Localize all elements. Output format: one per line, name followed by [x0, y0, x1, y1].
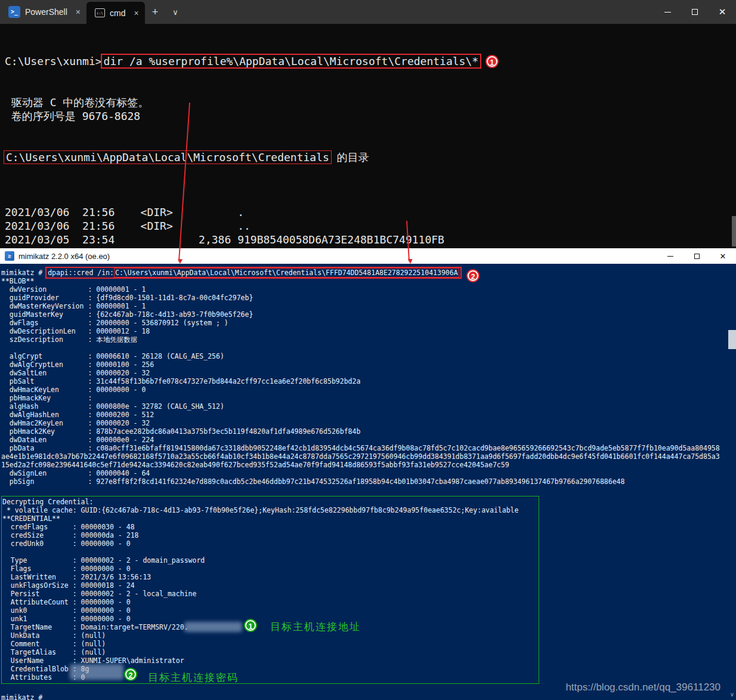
tab-cmd-label: cmd [110, 8, 125, 18]
tab-powershell[interactable]: >_ PowerShell × [0, 0, 86, 24]
decrypted-credential-box: Decrypting Credential: * volatile cache:… [1, 496, 539, 684]
mimikatz-command-line: mimikatz # dpapi::cred /in:C:\Users\xunm… [1, 269, 736, 277]
mimikatz-caption-buttons: ✕ [657, 248, 736, 264]
cmd-prompt-line: C:\Users\xunmi>dir /a %userprofile%\AppD… [5, 54, 736, 68]
credential-file-path-highlight: C:\Users\xunmi\AppData\Local\Microsoft\C… [114, 268, 459, 277]
dpapi-command-prefix: dpapi::cred /in: [48, 269, 114, 277]
target-address-note: 目标主机连接地址 [270, 620, 361, 634]
password-note: 目标主机连接密码 [148, 671, 239, 684]
red-marker-2: 2 [468, 270, 478, 281]
volume-info-lines: 驱动器 C 中的卷没有标签。 卷的序列号是 9676-8628 [5, 95, 736, 123]
minimize-button[interactable] [654, 0, 681, 24]
powershell-icon: >_ [8, 6, 20, 18]
dir-header-suffix: 的目录 [330, 151, 369, 164]
redacted-password [70, 664, 123, 680]
terminal-scrollbar-thumb[interactable] [732, 216, 736, 246]
green-marker-1: 1 [245, 620, 256, 631]
tab-cmd-close-icon[interactable]: × [134, 8, 138, 18]
maximize-icon [692, 9, 698, 15]
dir-header-line: C:\Users\xunmi\AppData\Local\Microsoft\C… [5, 150, 736, 164]
minimize-icon [667, 256, 673, 257]
csdn-watermark: https://blog.csdn.net/qq_39611230 [565, 682, 720, 693]
dpapi-command-highlight: dpapi::cred /in:C:\Users\xunmi\AppData\L… [45, 267, 461, 279]
terminal-caption-buttons: ✕ [654, 0, 736, 24]
cmd-prompt: C:\Users\xunmi> [5, 55, 102, 67]
mimikatz-scrollbar-thumb[interactable] [728, 330, 736, 349]
minimize-icon [664, 12, 671, 13]
close-button[interactable]: ✕ [709, 0, 736, 24]
tab-cmd[interactable]: c:\ cmd × [86, 2, 145, 24]
tab-powershell-label: PowerShell [25, 7, 67, 17]
redacted-target-address [184, 622, 242, 632]
console-icon: ≥ [5, 251, 14, 261]
cmd-icon: c:\ [95, 8, 105, 17]
dir-listing-rows: 2021/03/06 21:56 <DIR> . 2021/03/06 21:5… [5, 192, 736, 246]
credential-output-lines: Decrypting Credential: * volatile cache:… [2, 498, 539, 682]
maximize-button[interactable] [681, 0, 709, 24]
mimikatz-titlebar: ≥ mimikatz 2.2.0 x64 (oe.eo) [0, 248, 736, 264]
mimikatz-minimize-button[interactable] [657, 248, 684, 264]
maximize-icon [694, 254, 700, 259]
mimikatz-maximize-button[interactable] [684, 248, 710, 264]
mimikatz-prompt: mimikatz # [1, 269, 47, 277]
close-icon: ✕ [719, 7, 726, 17]
blob-output-lines: **BLOB** dwVersion : 00000001 - 1 guidPr… [1, 277, 736, 486]
new-tab-button[interactable]: + [145, 0, 166, 24]
mimikatz-scrollbar-down-arrow[interactable]: ∨ [728, 689, 736, 700]
green-marker-2: 2 [125, 669, 136, 680]
tab-dropdown-button[interactable]: ∨ [165, 0, 185, 24]
mimikatz-window-title: mimikatz 2.2.0 x64 (oe.eo) [18, 252, 110, 261]
dir-command-highlight: dir /a %userprofile%\AppData\Local\Micro… [101, 54, 482, 69]
close-icon: ✕ [720, 252, 726, 261]
credentials-path-highlight: C:\Users\xunmi\AppData\Local\Microsoft\C… [4, 150, 332, 164]
mimikatz-console-output: mimikatz # dpapi::cred /in:C:\Users\xunm… [0, 264, 736, 700]
terminal-window: >_ PowerShell × c:\ cmd × + ∨ ✕ C:\Users… [0, 0, 736, 248]
red-marker-1: 1 [487, 56, 497, 67]
cmd-console-output: C:\Users\xunmi>dir /a %userprofile%\AppD… [0, 24, 736, 246]
mimikatz-close-button[interactable]: ✕ [710, 248, 736, 264]
terminal-tab-bar: >_ PowerShell × c:\ cmd × + ∨ ✕ [0, 0, 736, 24]
tab-powershell-close-icon[interactable]: × [76, 7, 81, 17]
